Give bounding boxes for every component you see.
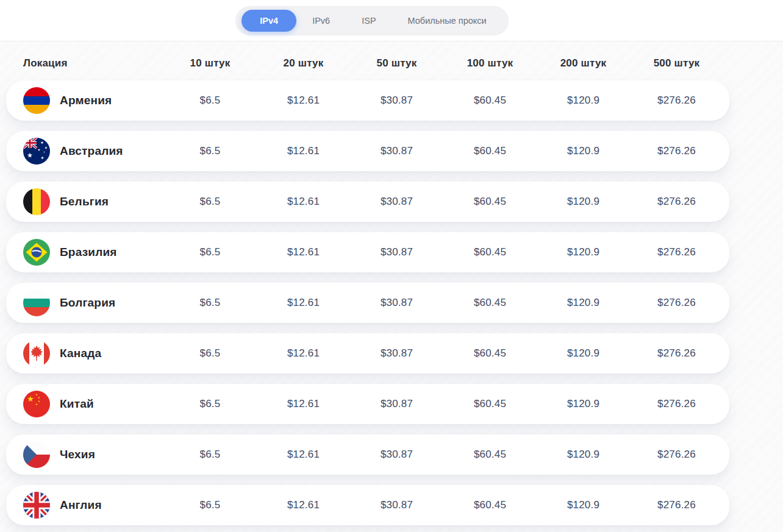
price-cell: $12.61: [257, 297, 350, 309]
column-header-200: 200 штук: [537, 57, 630, 69]
proxy-type-tabs: IPv4 IPv6 ISP Мобильные прокси: [235, 6, 508, 35]
price-cell: $276.26: [630, 246, 723, 258]
price-cell: $276.26: [630, 297, 723, 309]
column-header-20: 20 штук: [257, 57, 350, 69]
price-cell: $12.61: [257, 246, 350, 258]
price-cell: $30.87: [350, 449, 443, 461]
czech-flag-icon: [23, 441, 50, 468]
price-cell: $276.26: [630, 449, 723, 461]
price-cell: $6.5: [163, 196, 257, 208]
price-cell: $6.5: [163, 398, 257, 410]
top-bar: IPv4 IPv6 ISP Мобильные прокси: [0, 0, 783, 41]
column-header-500: 500 штук: [630, 57, 723, 69]
price-cell: $30.87: [350, 246, 443, 258]
price-cell: $30.87: [350, 94, 443, 107]
china-flag-icon: [23, 391, 50, 417]
pricing-table: Локация 10 штук 20 штук 50 штук 100 штук…: [6, 41, 729, 525]
price-cell: $6.5: [163, 499, 257, 511]
price-cell: $60.45: [443, 196, 537, 208]
price-cell: $120.9: [537, 94, 630, 107]
australia-flag-icon: [23, 138, 50, 165]
price-cell: $12.61: [257, 196, 350, 208]
location-name: Бельгия: [60, 195, 109, 208]
price-cell: $120.9: [537, 499, 630, 511]
brazil-flag-icon: [23, 239, 50, 266]
price-cell: $12.61: [257, 449, 350, 461]
tab-ipv4[interactable]: IPv4: [241, 10, 296, 32]
price-cell: $120.9: [537, 347, 630, 360]
price-cell: $12.61: [257, 94, 350, 107]
table-row: Китай $6.5 $12.61 $30.87 $60.45 $120.9 $…: [6, 384, 729, 424]
bulgaria-flag-icon: [23, 289, 50, 316]
price-cell: $60.45: [443, 297, 537, 309]
location-name: Чехия: [60, 448, 95, 461]
column-header-100: 100 штук: [443, 57, 537, 69]
price-cell: $12.61: [257, 398, 350, 410]
location-name: Англия: [60, 498, 102, 512]
location-name: Китай: [60, 397, 94, 411]
price-cell: $6.5: [163, 449, 257, 461]
price-cell: $30.87: [350, 398, 443, 410]
price-cell: $6.5: [163, 246, 257, 258]
price-cell: $12.61: [257, 499, 350, 511]
table-row: Бельгия $6.5 $12.61 $30.87 $60.45 $120.9…: [6, 182, 729, 222]
price-cell: $120.9: [537, 449, 630, 461]
price-cell: $120.9: [537, 398, 630, 410]
location-name: Канада: [60, 347, 101, 360]
table-row: Канада $6.5 $12.61 $30.87 $60.45 $120.9 …: [6, 333, 729, 374]
price-cell: $276.26: [630, 347, 723, 360]
price-cell: $120.9: [537, 145, 630, 157]
location-name: Болгария: [60, 296, 115, 310]
price-cell: $60.45: [443, 94, 537, 107]
price-cell: $60.45: [443, 398, 537, 410]
table-row: Австралия $6.5 $12.61 $30.87 $60.45 $120…: [6, 131, 729, 171]
price-cell: $276.26: [630, 94, 723, 107]
table-row: Армения $6.5 $12.61 $30.87 $60.45 $120.9…: [6, 80, 729, 121]
location-name: Армения: [60, 94, 112, 107]
price-cell: $12.61: [257, 347, 350, 360]
canada-flag-icon: [23, 340, 50, 367]
table-row: Бразилия $6.5 $12.61 $30.87 $60.45 $120.…: [6, 232, 729, 272]
price-cell: $276.26: [630, 499, 723, 511]
price-cell: $60.45: [443, 499, 537, 511]
price-cell: $30.87: [350, 499, 443, 511]
price-cell: $12.61: [257, 145, 350, 157]
tab-mobile-proxies[interactable]: Мобильные прокси: [392, 10, 502, 31]
england-flag-icon: [23, 492, 50, 519]
price-cell: $120.9: [537, 196, 630, 208]
location-name: Бразилия: [60, 246, 117, 259]
location-name: Австралия: [60, 144, 123, 158]
column-header-50: 50 штук: [350, 57, 443, 69]
price-cell: $30.87: [350, 347, 443, 360]
table-header-row: Локация 10 штук 20 штук 50 штук 100 штук…: [6, 41, 729, 80]
price-cell: $120.9: [537, 297, 630, 309]
price-cell: $30.87: [350, 297, 443, 309]
table-row: Англия $6.5 $12.61 $30.87 $60.45 $120.9 …: [6, 485, 729, 525]
price-cell: $6.5: [163, 145, 257, 157]
column-header-location: Локация: [23, 57, 163, 69]
price-cell: $6.5: [163, 347, 257, 360]
price-cell: $6.5: [163, 297, 257, 309]
price-cell: $276.26: [630, 145, 723, 157]
price-cell: $120.9: [537, 246, 630, 258]
belgium-flag-icon: [23, 188, 50, 215]
tab-isp[interactable]: ISP: [346, 10, 392, 31]
price-cell: $6.5: [163, 94, 257, 107]
column-header-10: 10 штук: [163, 57, 257, 69]
table-row: Чехия $6.5 $12.61 $30.87 $60.45 $120.9 $…: [6, 434, 729, 475]
armenia-flag-icon: [23, 87, 50, 114]
price-cell: $276.26: [630, 398, 723, 410]
price-cell: $60.45: [443, 246, 537, 258]
tab-ipv6[interactable]: IPv6: [296, 10, 346, 31]
price-cell: $276.26: [630, 196, 723, 208]
price-cell: $30.87: [350, 196, 443, 208]
price-cell: $60.45: [443, 145, 537, 157]
price-cell: $30.87: [350, 145, 443, 157]
table-row: Болгария $6.5 $12.61 $30.87 $60.45 $120.…: [6, 283, 729, 323]
price-cell: $60.45: [443, 449, 537, 461]
price-cell: $60.45: [443, 347, 537, 360]
